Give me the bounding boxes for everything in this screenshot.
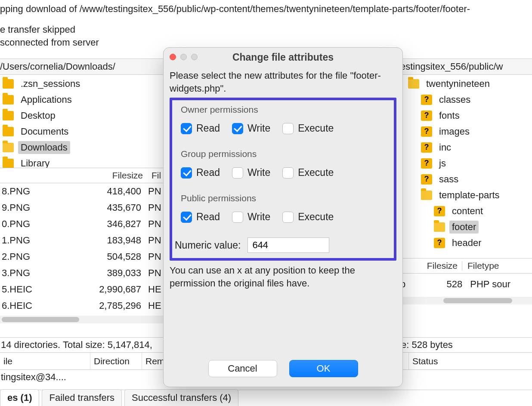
ok-button[interactable]: OK bbox=[289, 360, 358, 377]
folder-icon bbox=[3, 95, 14, 105]
tree-item[interactable]: Applications bbox=[0, 92, 164, 108]
list-item[interactable]: p 528 PHP sour bbox=[400, 274, 532, 295]
unknown-folder-icon bbox=[421, 142, 432, 153]
permissions-panel: Owner permissions Read Write Execute Gro… bbox=[170, 98, 396, 261]
local-path-bar[interactable]: /Users/cornelia/Downloads/ bbox=[0, 58, 164, 75]
local-list-header[interactable]: Filesize Fil bbox=[0, 168, 164, 183]
remote-status: e: 528 bytes bbox=[400, 337, 532, 353]
dialog-intro: Please select the new attributes for the… bbox=[170, 69, 396, 95]
dialog-titlebar[interactable]: Change file attributes bbox=[164, 48, 402, 67]
public-execute-checkbox[interactable]: Execute bbox=[282, 211, 334, 223]
dialog-hint: You can use an x at any position to keep… bbox=[164, 262, 402, 290]
list-item[interactable]: 0.PNG346,827PN bbox=[0, 216, 164, 232]
col-filesize[interactable]: Filesize bbox=[84, 170, 148, 181]
list-item[interactable]: 1.PNG183,948PN bbox=[0, 232, 164, 249]
folder-icon bbox=[408, 79, 419, 89]
folder-icon bbox=[3, 79, 14, 89]
tree-item[interactable]: footer bbox=[400, 219, 532, 235]
minimize-icon bbox=[180, 54, 187, 60]
tree-item[interactable]: js bbox=[400, 155, 532, 171]
folder-icon bbox=[3, 127, 14, 136]
unknown-folder-icon bbox=[421, 158, 432, 169]
tree-item[interactable]: template-parts bbox=[400, 187, 532, 203]
group-permissions-group: Group permissions Read Write Execute bbox=[172, 145, 394, 189]
horizontal-scrollbar[interactable] bbox=[0, 316, 164, 323]
tab-failed[interactable]: Failed transfers bbox=[42, 389, 122, 406]
tree-item[interactable]: Downloads bbox=[0, 139, 164, 155]
tree-item[interactable]: content bbox=[400, 203, 532, 219]
remote-directory-tree[interactable]: twentynineteenclassesfontsimagesincjssas… bbox=[400, 76, 532, 256]
remote-list-header[interactable]: Filesize Filetype bbox=[400, 258, 532, 274]
bottom-tabs: es (1) Failed transfers Successful trans… bbox=[0, 390, 532, 406]
log-line: pping download of /www/testingsitex_556/… bbox=[0, 3, 532, 15]
zoom-icon bbox=[191, 54, 198, 60]
folder-icon bbox=[3, 143, 14, 152]
local-path: /Users/cornelia/Downloads/ bbox=[0, 61, 115, 72]
unknown-folder-icon bbox=[421, 111, 432, 121]
close-icon[interactable] bbox=[170, 54, 176, 60]
list-item[interactable]: 9.PNG435,670PN bbox=[0, 200, 164, 216]
list-item[interactable]: 8.PNG418,400PN bbox=[0, 183, 164, 200]
log-line: e transfer skipped bbox=[0, 23, 532, 36]
public-read-checkbox[interactable]: Read bbox=[181, 211, 220, 223]
list-item[interactable]: 6.HEIC2,785,296HE bbox=[0, 298, 164, 314]
cancel-button[interactable]: Cancel bbox=[208, 360, 277, 377]
tab-successful[interactable]: Successful transfers (4) bbox=[124, 389, 238, 406]
change-attributes-dialog: Change file attributes Please select the… bbox=[163, 47, 403, 387]
transfer-log: pping download of /www/testingsitex_556/… bbox=[0, 0, 532, 49]
col-direction[interactable]: Direction bbox=[90, 353, 142, 369]
owner-read-checkbox[interactable]: Read bbox=[181, 123, 220, 134]
horizontal-scrollbar[interactable] bbox=[400, 297, 532, 304]
tree-item[interactable]: header bbox=[400, 235, 532, 251]
local-file-list[interactable]: Filesize Fil 8.PNG418,400PN9.PNG435,670P… bbox=[0, 168, 164, 318]
col-file[interactable]: ile bbox=[0, 353, 90, 369]
col-status[interactable]: Status bbox=[409, 353, 521, 369]
public-permissions-group: Public permissions Read Write Execute bbox=[172, 189, 394, 233]
owner-execute-checkbox[interactable]: Execute bbox=[282, 123, 334, 134]
numeric-value-row: Numeric value: bbox=[172, 233, 394, 258]
unknown-folder-icon bbox=[421, 174, 432, 185]
remote-file-list[interactable]: Filesize Filetype p 528 PHP sour bbox=[400, 258, 532, 318]
owner-write-checkbox[interactable]: Write bbox=[232, 123, 270, 134]
local-directory-tree[interactable]: .zsn_sessionsApplicationsDesktopDocument… bbox=[0, 76, 164, 162]
tree-item[interactable]: images bbox=[400, 123, 532, 139]
unknown-folder-icon bbox=[434, 206, 445, 216]
tree-item[interactable]: twentynineteen bbox=[400, 76, 532, 92]
col-filetype[interactable]: Filetype bbox=[463, 261, 532, 271]
tree-item[interactable]: .zsn_sessions bbox=[0, 76, 164, 92]
group-execute-checkbox[interactable]: Execute bbox=[282, 167, 334, 178]
tree-item[interactable]: Documents bbox=[0, 123, 164, 139]
group-read-checkbox[interactable]: Read bbox=[181, 167, 220, 178]
tab-queued[interactable]: es (1) bbox=[0, 389, 39, 406]
owner-permissions-group: Owner permissions Read Write Execute bbox=[172, 100, 394, 145]
unknown-folder-icon bbox=[421, 126, 432, 137]
list-item[interactable]: 5.HEIC2,990,687HE bbox=[0, 281, 164, 298]
folder-icon bbox=[421, 191, 432, 200]
tree-item[interactable]: classes bbox=[400, 92, 532, 108]
local-status: 14 directories. Total size: 5,147,814, bbox=[0, 337, 164, 353]
remote-path: estingsitex_556/public/w bbox=[400, 61, 503, 72]
list-item[interactable]: 3.PNG389,033PN bbox=[0, 265, 164, 281]
numeric-value-input[interactable] bbox=[247, 237, 329, 253]
public-write-checkbox[interactable]: Write bbox=[232, 211, 270, 223]
folder-icon bbox=[3, 111, 14, 120]
group-write-checkbox[interactable]: Write bbox=[232, 167, 270, 178]
unknown-folder-icon bbox=[434, 238, 445, 248]
folder-icon bbox=[434, 222, 445, 232]
tree-item[interactable]: sass bbox=[400, 171, 532, 187]
dialog-title: Change file attributes bbox=[170, 52, 396, 63]
unknown-folder-icon bbox=[421, 95, 432, 105]
folder-icon bbox=[3, 159, 14, 168]
remote-path-bar[interactable]: estingsitex_556/public/w bbox=[400, 58, 532, 75]
tree-item[interactable]: inc bbox=[400, 139, 532, 155]
tree-item[interactable]: fonts bbox=[400, 108, 532, 123]
list-item[interactable]: 2.PNG504,528PN bbox=[0, 249, 164, 265]
tree-item[interactable]: Desktop bbox=[0, 108, 164, 123]
numeric-label: Numeric value: bbox=[175, 240, 241, 251]
col-filesize[interactable]: Filesize bbox=[401, 261, 461, 271]
